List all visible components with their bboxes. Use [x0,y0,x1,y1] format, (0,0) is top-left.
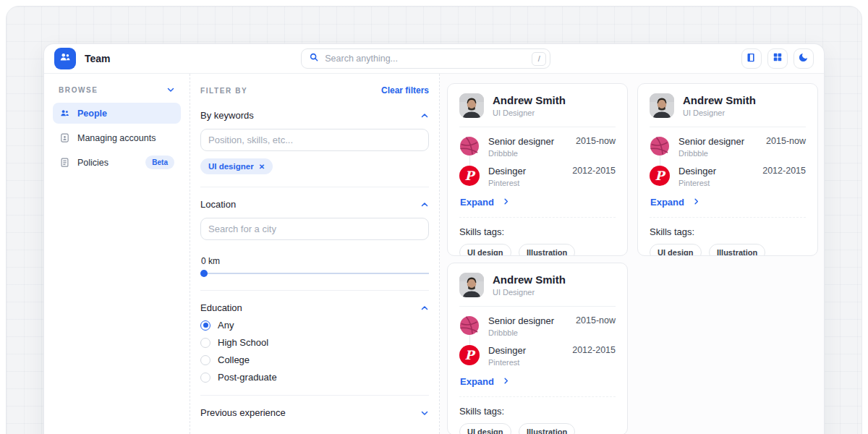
radio-option-label: Post-graduate [218,372,277,383]
remove-tag-icon[interactable]: ✕ [259,163,265,171]
experience-company: Pinterest [488,358,526,367]
document-icon [59,157,70,168]
city-search-input[interactable] [200,218,429,240]
skills-label: Skills tags: [650,226,806,237]
chevron-down-icon [166,85,175,94]
experience-text: Senior designer Dribbble [488,315,554,337]
expand-button[interactable]: Expand [460,197,510,208]
experience-item: P Desinger Pinterest 2012-2015 [459,345,616,367]
person-name: Andrew Smith [683,94,756,106]
experience-title: Senior designer [488,136,554,147]
experience-period: 2012-2015 [762,166,806,176]
education-options: Any High School College Post-graduate [200,320,429,383]
skill-tag[interactable]: Illustration [709,244,765,256]
experience-text: Desinger Pinterest [678,166,716,187]
skills-tags: UI design Illustration [459,423,616,434]
experience-text: Senior designer Dribbble [678,136,744,158]
card-identity: Andrew Smith UI Designer [493,273,566,297]
radio-icon[interactable] [200,373,210,383]
experience-title: Desinger [488,166,526,176]
app-body: BROWSE People Managing accounts [44,74,824,434]
beta-badge: Beta [145,156,174,169]
keyword-tags: UI designer ✕ [200,158,429,174]
skill-tag[interactable]: UI design [650,244,702,256]
experience-title: Senior designer [488,315,554,326]
people-icon [59,108,70,119]
page-title: Team [85,53,111,64]
chevron-up-icon [420,111,429,120]
header-actions [741,48,814,69]
radio-option-label: Any [218,320,234,331]
person-card[interactable]: Andrew Smith UI Designer Senior designer… [637,83,818,256]
location-section-header[interactable]: Location [200,199,429,210]
bookmarks-button[interactable] [741,48,762,69]
chevron-up-icon [420,200,429,209]
experience-section-header[interactable]: Previous experience [200,407,429,418]
sidebar-item-policies[interactable]: Policies Beta [53,152,181,173]
avatar [650,93,674,118]
radio-option-post-graduate[interactable]: Post-graduate [200,372,429,383]
keywords-section-header[interactable]: By keywords [200,110,429,121]
experience-company: Pinterest [678,179,716,187]
pinterest-icon: P [650,166,670,186]
radio-option-college[interactable]: College [200,354,429,365]
card-identity: Andrew Smith UI Designer [683,94,756,117]
experience-company: Dribbble [488,149,554,158]
slider-track [200,273,429,274]
search-bar[interactable]: / [301,48,550,69]
sidebar-item-label: Policies [77,158,109,168]
filter-panel-header: FILTER BY Clear filters [200,85,429,95]
apps-grid-button[interactable] [767,48,788,69]
card-header: Andrew Smith UI Designer [459,273,616,297]
experience-text: Senior designer Dribbble [488,136,554,158]
dark-mode-button[interactable] [793,48,814,69]
keywords-input[interactable] [200,129,429,151]
person-card[interactable]: Andrew Smith UI Designer Senior designer… [447,83,628,256]
grid-icon [773,52,783,65]
person-card[interactable]: Andrew Smith UI Designer Senior designer… [447,263,628,434]
distance-slider[interactable] [200,269,429,278]
radio-option-label: High School [218,337,268,348]
radio-icon[interactable] [200,355,210,365]
chevron-up-icon [420,304,429,312]
expand-button[interactable]: Expand [460,376,510,387]
person-name: Andrew Smith [493,273,566,286]
experience-item: P Desinger Pinterest 2012-2015 [459,166,616,187]
filter-by-label: FILTER BY [200,87,247,95]
slider-handle[interactable] [200,270,208,277]
expand-button[interactable]: Expand [650,197,700,208]
radio-selected-icon[interactable] [200,320,210,331]
radio-icon[interactable] [200,338,210,348]
skills-tags: UI design Illustration [650,244,806,256]
divider [459,217,616,218]
avatar [459,273,484,297]
sidebar-item-managing-accounts[interactable]: Managing accounts [53,127,181,148]
experience-period: 2012-2015 [572,345,616,355]
radio-option-high-school[interactable]: High School [200,337,429,348]
experience-item: P Desinger Pinterest 2012-2015 [650,166,806,187]
divider [200,395,429,396]
distance-value: 0 km [201,256,429,266]
browse-section-header[interactable]: BROWSE [53,85,181,94]
radio-option-any[interactable]: Any [200,320,429,331]
keyword-tag[interactable]: UI designer ✕ [200,158,273,174]
education-section-header[interactable]: Education [200,302,429,313]
divider [200,290,429,291]
sidebar-item-people[interactable]: People [53,103,181,124]
clear-filters-link[interactable]: Clear filters [381,85,429,95]
skill-tag[interactable]: UI design [459,244,511,256]
sidebar-item-label: People [77,109,107,119]
skill-tag[interactable]: Illustration [519,423,575,434]
divider [650,217,806,218]
skill-tag[interactable]: Illustration [519,244,575,256]
card-header: Andrew Smith UI Designer [459,93,616,118]
skill-tag[interactable]: UI design [459,423,511,434]
sidebar-item-label: Managing accounts [77,133,156,143]
chevron-down-icon [420,409,429,417]
dribbble-icon [459,136,480,156]
browse-label: BROWSE [59,86,98,94]
person-role: UI Designer [493,288,566,297]
filter-panel: FILTER BY Clear filters By keywords UI d… [190,74,440,434]
search-input[interactable] [325,54,526,64]
avatar [459,93,484,118]
